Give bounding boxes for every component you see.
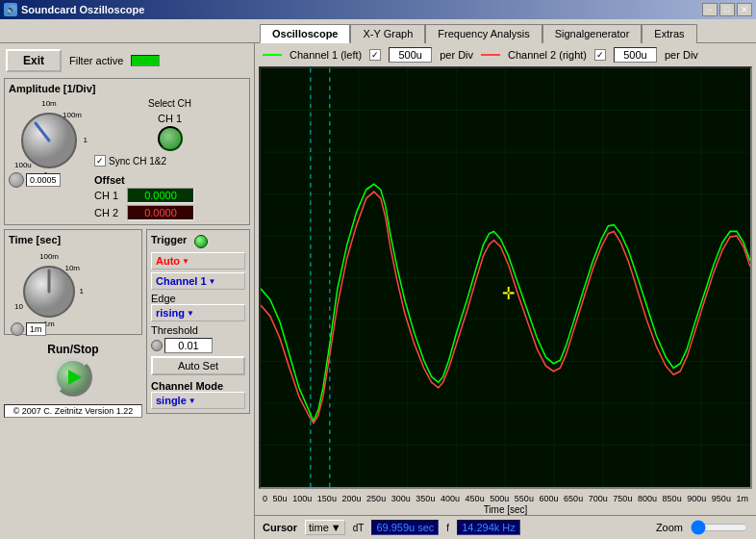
- trigger-mode-button[interactable]: Auto ▼: [151, 252, 245, 270]
- threshold-input[interactable]: [164, 338, 213, 353]
- edge-value-button[interactable]: rising ▼: [151, 304, 245, 321]
- svg-text:10m: 10m: [64, 264, 80, 272]
- time-knob[interactable]: 100m 10m 1 1m 10: [11, 251, 88, 328]
- autoset-button[interactable]: Auto Set: [151, 356, 245, 375]
- ch1-selector: CH 1: [94, 113, 245, 151]
- ch2-offset-row: CH 2: [94, 205, 245, 220]
- amplitude-knob-value: 0.0005: [26, 173, 61, 187]
- ch2-line-indicator: [481, 54, 500, 56]
- amplitude-right: Select CH CH 1 ✓ Sync CH 1&2 Offset: [94, 98, 245, 220]
- f-value-text: 14.294k: [462, 522, 499, 533]
- scope-svg: ✛: [261, 68, 750, 487]
- ch1-indicator[interactable]: [158, 126, 183, 151]
- select-ch-label: Select CH: [94, 98, 245, 109]
- svg-text:1: 1: [84, 136, 88, 144]
- tab-extras[interactable]: Extras: [642, 24, 696, 43]
- ch2-offset-input[interactable]: [127, 205, 194, 220]
- title-bar-buttons: − □ ✕: [702, 3, 752, 16]
- time-label-200u: 200u: [341, 494, 361, 503]
- top-controls: Exit Filter active: [4, 47, 250, 74]
- trigger-led: [194, 235, 208, 248]
- time-section: Time [sec] 100m 10m 1 1m 10: [4, 229, 142, 335]
- tab-oscilloscope[interactable]: Oscilloscope: [260, 24, 350, 43]
- minimize-button[interactable]: −: [702, 3, 718, 16]
- svg-text:100u: 100u: [14, 161, 32, 169]
- exit-button[interactable]: Exit: [6, 49, 62, 72]
- maximize-button[interactable]: □: [719, 3, 735, 16]
- ch1-checkbox[interactable]: ✓: [369, 49, 381, 61]
- amplitude-title: Amplitude [1/Div]: [9, 83, 245, 94]
- ch2-perdiv-input[interactable]: [614, 47, 657, 63]
- ch2-checkbox[interactable]: ✓: [594, 49, 606, 61]
- ch1-label: Channel 1 (left): [290, 49, 362, 61]
- time-label-750u: 750u: [613, 494, 632, 503]
- amplitude-section: Amplitude [1/Div] 10m 100m 1 100u 1m: [4, 78, 250, 225]
- tab-signal-generator[interactable]: Signalgenerator: [542, 24, 643, 43]
- svg-text:100m: 100m: [39, 252, 59, 261]
- scope-display: ✛: [259, 66, 752, 489]
- amplitude-inner: 10m 100m 1 100u 1m: [9, 98, 245, 220]
- edge-arrow: ▼: [187, 309, 194, 318]
- trigger-section: Trigger Auto ▼ Channel 1 ▼ Edge: [146, 229, 250, 414]
- time-knob-area: 100m 10m 1 1m 10: [11, 251, 88, 328]
- ch1-text: CH 1: [158, 113, 182, 124]
- time-label-600u: 600u: [539, 494, 558, 503]
- ch1-offset-row: CH 1: [94, 188, 245, 203]
- time-label-300u: 300u: [391, 494, 411, 503]
- edge-section: Edge rising ▼: [151, 293, 245, 321]
- threshold-input-row: [151, 338, 213, 353]
- close-button[interactable]: ✕: [737, 3, 752, 16]
- time-axis-title: Time [sec]: [255, 504, 756, 515]
- offset-label: Offset: [94, 174, 125, 186]
- ch1-perdiv-input[interactable]: [389, 47, 432, 63]
- ch1-line-indicator: [263, 54, 282, 56]
- ch2-offset-label: CH 2: [94, 207, 123, 218]
- tab-xy-graph[interactable]: X-Y Graph: [350, 24, 425, 43]
- dt-label: dT: [353, 523, 365, 533]
- cursor-type-arrow: ▼: [331, 522, 341, 533]
- zoom-label: Zoom: [656, 522, 683, 533]
- time-label-850u: 850u: [663, 494, 682, 503]
- channel-mode-button[interactable]: single ▼: [151, 392, 245, 409]
- f-label: f: [446, 523, 449, 533]
- trigger-mode-value: Auto: [156, 255, 180, 267]
- filter-label: Filter active: [69, 55, 123, 66]
- ch2-label: Channel 2 (right): [508, 49, 587, 61]
- tab-bar: Oscilloscope X-Y Graph Frequency Analysi…: [0, 19, 756, 42]
- threshold-knob[interactable]: [151, 340, 163, 351]
- tab-frequency-analysis[interactable]: Frequency Analysis: [425, 24, 542, 43]
- f-unit: Hz: [502, 522, 515, 533]
- time-label-650u: 650u: [564, 494, 583, 503]
- sync-checkbox[interactable]: ✓ Sync CH 1&2: [94, 155, 245, 167]
- run-stop-button[interactable]: [54, 358, 92, 397]
- cursor-label: Cursor: [263, 522, 297, 533]
- app-icon: 🔊: [4, 3, 17, 16]
- ch1-perdiv-suffix: per Div: [440, 49, 473, 61]
- edge-label: Edge: [151, 293, 245, 304]
- main-container: Oscilloscope X-Y Graph Frequency Analysi…: [0, 19, 756, 539]
- time-label-700u: 700u: [589, 494, 608, 503]
- bottom-bar: Cursor time ▼ dT 69.959u sec f 14.294k H…: [255, 515, 756, 539]
- trigger-channel-button[interactable]: Channel 1 ▼: [151, 272, 245, 290]
- trigger-header: Trigger: [151, 234, 245, 249]
- svg-text:✛: ✛: [502, 283, 515, 303]
- bottom-two-col: Time [sec] 100m 10m 1 1m 10: [4, 229, 250, 418]
- time-inner: 100m 10m 1 1m 10: [9, 249, 138, 330]
- time-label-250u: 250u: [366, 494, 386, 503]
- dt-value: 69.959u sec: [371, 520, 439, 535]
- amplitude-fine-knob[interactable]: [9, 172, 24, 188]
- time-fine-knob[interactable]: [11, 322, 24, 336]
- ch1-offset-input[interactable]: [127, 188, 194, 203]
- amplitude-knob-area: 10m 100m 1 100u 1m: [9, 98, 90, 180]
- threshold-col: Threshold: [151, 324, 213, 353]
- left-panel: Exit Filter active Amplitude [1/Div] 10m…: [0, 43, 255, 539]
- app-title: Soundcard Oszilloscope: [21, 4, 144, 15]
- trigger-title: Trigger: [151, 234, 187, 245]
- sync-check-mark[interactable]: ✓: [94, 155, 106, 167]
- channel-mode-arrow: ▼: [189, 397, 196, 405]
- time-title: Time [sec]: [9, 234, 138, 245]
- amplitude-knob[interactable]: 10m 100m 1 100u 1m: [9, 98, 90, 180]
- content-area: Exit Filter active Amplitude [1/Div] 10m…: [0, 42, 756, 539]
- zoom-slider[interactable]: [691, 522, 748, 533]
- cursor-type-dropdown[interactable]: time ▼: [305, 520, 345, 535]
